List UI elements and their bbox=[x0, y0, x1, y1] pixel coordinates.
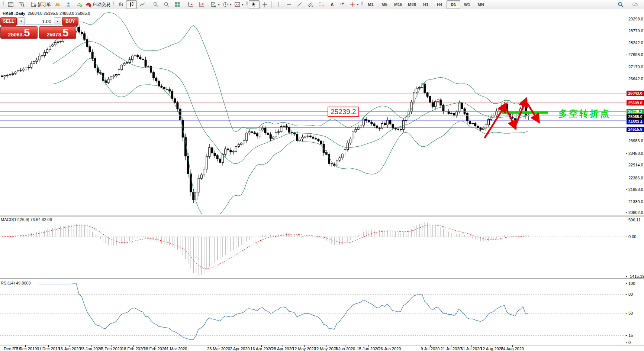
label-button[interactable]: T bbox=[338, 0, 348, 9]
chart-shift-button[interactable] bbox=[185, 0, 196, 9]
toolbar-separator bbox=[184, 1, 184, 8]
auto-scroll-button[interactable] bbox=[196, 0, 207, 9]
price-level-callout[interactable]: 25239.2 bbox=[328, 107, 359, 117]
price-badge: 24853.4 bbox=[627, 119, 644, 124]
cursor-button[interactable] bbox=[249, 0, 260, 9]
macd-tick-label: 0.00 bbox=[628, 234, 636, 239]
channel-icon: E bbox=[307, 1, 313, 7]
chart-svg[interactable]: 29298.028770.028242.027698.027170.026642… bbox=[0, 0, 644, 351]
date-tick-label: 26 Jun 2020 bbox=[379, 347, 401, 351]
date-tick-label: 22 May 2020 bbox=[314, 347, 338, 351]
timeframe-m30[interactable]: M30 bbox=[405, 0, 419, 9]
timeframe-d1[interactable]: D1 bbox=[447, 0, 460, 9]
buy-price-box[interactable]: 25078.5 bbox=[39, 26, 76, 39]
timeframe-m5[interactable]: M5 bbox=[378, 0, 392, 9]
fibonacci-button[interactable]: F bbox=[316, 0, 327, 9]
fibo-icon: F bbox=[318, 1, 324, 7]
svg-text:T: T bbox=[342, 3, 344, 6]
sell-price-main: 25063 bbox=[8, 32, 23, 38]
zoom-in-button[interactable] bbox=[150, 0, 161, 9]
date-tick-label: 23 Mar 2020 bbox=[207, 347, 230, 351]
volume-down-button[interactable]: ▼ bbox=[17, 17, 25, 25]
volume-input[interactable] bbox=[26, 18, 53, 25]
toolbar-separator bbox=[208, 1, 208, 8]
rsi-tick-label: 100 bbox=[628, 281, 635, 286]
buy-button[interactable]: BUY bbox=[62, 17, 78, 26]
macd-tick-label: -1415.19 bbox=[628, 274, 644, 279]
rsi-tick-label: 80 bbox=[628, 292, 633, 296]
chart-title: HK50-,Daily 25034.0 25195.5 24853.0 2506… bbox=[3, 11, 90, 16]
price-tick-label: 28770.0 bbox=[628, 29, 643, 33]
chart-background bbox=[0, 9, 644, 351]
horizontal-line-button[interactable] bbox=[284, 0, 294, 9]
autotrading-button-label: 自动交易 bbox=[93, 1, 110, 8]
toolbar-separator bbox=[271, 1, 272, 8]
date-tick-label: 31 Jul 2020 bbox=[461, 347, 482, 351]
templates-button[interactable]: ▼ bbox=[233, 0, 245, 9]
timeframe-m15[interactable]: M15 bbox=[392, 0, 405, 9]
svg-text:A: A bbox=[331, 2, 334, 7]
autotrading-button[interactable]: 自动交易 bbox=[84, 0, 112, 9]
chart-window-icon bbox=[8, 1, 14, 7]
sell-button[interactable]: SELL bbox=[0, 17, 17, 26]
crosshair-button[interactable] bbox=[260, 0, 270, 9]
macd-label: MACD(12,26,9) 76.64 82.06 bbox=[1, 217, 52, 222]
turning-point-annotation[interactable]: 多空转折点 bbox=[558, 108, 611, 120]
bar-chart-button[interactable] bbox=[115, 0, 126, 9]
chat-button[interactable] bbox=[629, 0, 640, 9]
timeframe-m1[interactable]: M1 bbox=[364, 0, 378, 9]
timeframe-w1[interactable]: W1 bbox=[460, 0, 474, 9]
date-tick-label: 23 Jan 2020 bbox=[80, 347, 103, 351]
signals-button[interactable] bbox=[74, 0, 84, 9]
timeframe-h1[interactable]: H1 bbox=[419, 0, 433, 9]
zoom-out-button[interactable] bbox=[161, 0, 172, 9]
zoom-out-icon bbox=[164, 1, 170, 7]
signals-icon bbox=[76, 1, 82, 7]
chart-window-button[interactable] bbox=[5, 0, 16, 9]
volume-up-button[interactable]: ▲ bbox=[54, 17, 61, 25]
price-badge: 24515.8 bbox=[627, 127, 644, 132]
date-tick-label: 12 May 2020 bbox=[292, 347, 316, 351]
data-window-button[interactable] bbox=[16, 0, 27, 9]
price-tick-label: 28242.0 bbox=[628, 40, 643, 45]
macd-tick-label: 596.11 bbox=[628, 218, 641, 222]
timeframe-mn[interactable]: MN bbox=[474, 0, 488, 9]
date-tick-label: 11 Mar 2020 bbox=[165, 347, 187, 351]
text-button[interactable]: A bbox=[327, 0, 338, 9]
candle-chart-button[interactable] bbox=[126, 0, 137, 9]
dropdown-caret-icon: ▼ bbox=[229, 3, 232, 6]
cursor-icon bbox=[251, 1, 257, 7]
candles-icon bbox=[129, 1, 135, 7]
price-badge: 25609.0 bbox=[627, 100, 644, 105]
line-chart-button[interactable] bbox=[137, 0, 148, 9]
sell-price-box[interactable]: 25063.5 bbox=[0, 26, 38, 39]
shift-icon bbox=[188, 1, 194, 7]
macd-values: 76.64 82.06 bbox=[30, 217, 52, 222]
arrows-button[interactable]: ▼ bbox=[348, 0, 360, 9]
channel-button[interactable]: E bbox=[305, 0, 316, 9]
date-tick-label: 24 Aug 2020 bbox=[501, 347, 524, 351]
new-order-button[interactable]: 新订单 bbox=[29, 0, 52, 9]
periods-button[interactable]: ▼ bbox=[221, 0, 233, 9]
date-axis[interactable]: Dec 201917 Dec 201931 Dec 201913 Jan 202… bbox=[4, 345, 524, 351]
trendline-button[interactable] bbox=[294, 0, 305, 9]
chart-symbol: HK50-,Daily bbox=[3, 11, 25, 16]
price-tick-label: 23458.0 bbox=[628, 151, 643, 156]
text-icon: A bbox=[329, 1, 335, 7]
new-chart-button[interactable]: ▼ bbox=[209, 0, 221, 9]
line-icon bbox=[139, 1, 145, 7]
vline-icon bbox=[275, 1, 281, 7]
community-button[interactable] bbox=[63, 0, 74, 9]
price-tick-label: 27170.0 bbox=[628, 65, 643, 69]
timeframe-h4[interactable]: H4 bbox=[433, 0, 447, 9]
toolbar: 新订单自动交易▼▼▼EFAT▼M1M5M15M30H1H4D1W1MN bbox=[0, 0, 644, 9]
sell-price-frac: 5 bbox=[24, 27, 30, 38]
price-tick-label: 21858.0 bbox=[628, 187, 643, 192]
price-tick-label: 23986.0 bbox=[628, 139, 643, 143]
trendline-icon bbox=[297, 1, 303, 7]
gold-deposit-button[interactable] bbox=[52, 0, 63, 9]
search-button[interactable] bbox=[615, 0, 626, 9]
date-tick-label: 13 Jan 2020 bbox=[58, 347, 81, 351]
tile-windows-button[interactable] bbox=[172, 0, 183, 9]
vertical-line-button[interactable] bbox=[273, 0, 284, 9]
